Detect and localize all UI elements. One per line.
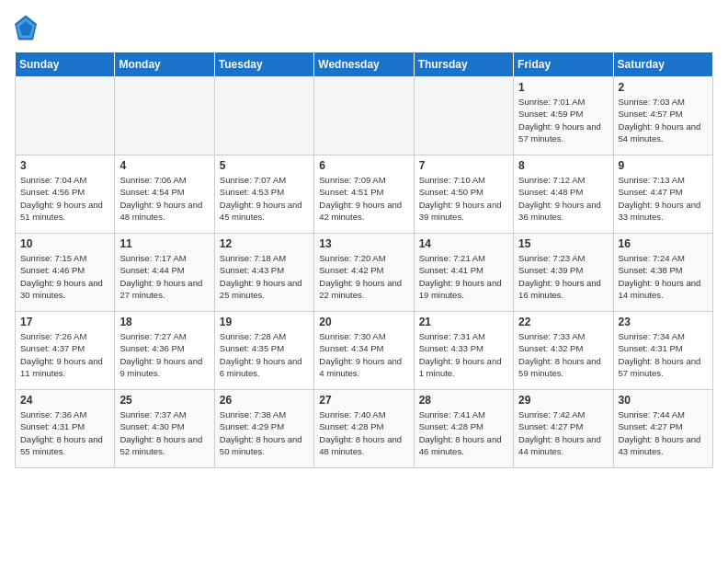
- day-info: Sunrise: 7:28 AM Sunset: 4:35 PM Dayligh…: [220, 330, 309, 379]
- calendar-cell: 25Sunrise: 7:37 AM Sunset: 4:30 PM Dayli…: [115, 390, 214, 468]
- day-number: 7: [419, 159, 508, 172]
- day-info: Sunrise: 7:40 AM Sunset: 4:28 PM Dayligh…: [319, 408, 408, 457]
- day-info: Sunrise: 7:38 AM Sunset: 4:29 PM Dayligh…: [220, 408, 309, 457]
- day-number: 21: [419, 316, 508, 328]
- weekday-header: Saturday: [613, 52, 712, 77]
- day-info: Sunrise: 7:09 AM Sunset: 4:51 PM Dayligh…: [319, 174, 408, 223]
- day-number: 6: [319, 159, 408, 172]
- weekday-header: Monday: [115, 52, 214, 77]
- day-info: Sunrise: 7:07 AM Sunset: 4:53 PM Dayligh…: [220, 174, 309, 223]
- day-info: Sunrise: 7:27 AM Sunset: 4:36 PM Dayligh…: [119, 330, 209, 379]
- day-info: Sunrise: 7:33 AM Sunset: 4:32 PM Dayligh…: [518, 330, 608, 379]
- calendar-cell: 20Sunrise: 7:30 AM Sunset: 4:34 PM Dayli…: [314, 312, 414, 390]
- day-info: Sunrise: 7:04 AM Sunset: 4:56 PM Dayligh…: [20, 174, 109, 223]
- calendar-cell: 23Sunrise: 7:34 AM Sunset: 4:31 PM Dayli…: [613, 312, 712, 390]
- day-info: Sunrise: 7:20 AM Sunset: 4:42 PM Dayligh…: [319, 252, 408, 301]
- day-info: Sunrise: 7:36 AM Sunset: 4:31 PM Dayligh…: [20, 408, 109, 457]
- day-number: 29: [518, 394, 608, 407]
- calendar-cell: [414, 77, 513, 155]
- calendar-week-row: 3Sunrise: 7:04 AM Sunset: 4:56 PM Daylig…: [16, 155, 713, 234]
- day-info: Sunrise: 7:34 AM Sunset: 4:31 PM Dayligh…: [619, 330, 708, 379]
- weekday-header: Friday: [514, 52, 613, 77]
- calendar-cell: 8Sunrise: 7:12 AM Sunset: 4:48 PM Daylig…: [514, 155, 613, 234]
- day-number: 20: [319, 316, 408, 328]
- day-info: Sunrise: 7:44 AM Sunset: 4:27 PM Dayligh…: [619, 408, 708, 457]
- day-number: 10: [20, 237, 109, 250]
- calendar-cell: 17Sunrise: 7:26 AM Sunset: 4:37 PM Dayli…: [16, 312, 115, 390]
- day-number: 25: [119, 394, 209, 407]
- day-info: Sunrise: 7:30 AM Sunset: 4:34 PM Dayligh…: [319, 330, 408, 379]
- calendar-cell: 2Sunrise: 7:03 AM Sunset: 4:57 PM Daylig…: [613, 77, 712, 155]
- day-number: 2: [619, 81, 708, 94]
- day-number: 8: [518, 159, 608, 172]
- day-info: Sunrise: 7:26 AM Sunset: 4:37 PM Dayligh…: [20, 330, 109, 379]
- calendar-cell: 15Sunrise: 7:23 AM Sunset: 4:39 PM Dayli…: [514, 234, 613, 312]
- day-info: Sunrise: 7:42 AM Sunset: 4:27 PM Dayligh…: [518, 408, 608, 457]
- weekday-header: Sunday: [16, 52, 115, 77]
- calendar-cell: 14Sunrise: 7:21 AM Sunset: 4:41 PM Dayli…: [414, 234, 513, 312]
- logo-icon: [15, 15, 37, 40]
- calendar-cell: [115, 77, 214, 155]
- day-number: 9: [619, 159, 708, 172]
- calendar-table: SundayMondayTuesdayWednesdayThursdayFrid…: [15, 52, 713, 468]
- weekday-header: Wednesday: [314, 52, 414, 77]
- day-info: Sunrise: 7:31 AM Sunset: 4:33 PM Dayligh…: [419, 330, 508, 379]
- logo: [15, 15, 40, 40]
- day-info: Sunrise: 7:23 AM Sunset: 4:39 PM Dayligh…: [518, 252, 608, 301]
- calendar-cell: 12Sunrise: 7:18 AM Sunset: 4:43 PM Dayli…: [214, 234, 313, 312]
- calendar-cell: 3Sunrise: 7:04 AM Sunset: 4:56 PM Daylig…: [16, 155, 115, 234]
- calendar-header-row: SundayMondayTuesdayWednesdayThursdayFrid…: [16, 52, 713, 77]
- calendar-cell: 16Sunrise: 7:24 AM Sunset: 4:38 PM Dayli…: [613, 234, 712, 312]
- day-number: 26: [220, 394, 309, 407]
- day-info: Sunrise: 7:24 AM Sunset: 4:38 PM Dayligh…: [619, 252, 708, 301]
- calendar-cell: 27Sunrise: 7:40 AM Sunset: 4:28 PM Dayli…: [314, 390, 414, 468]
- day-number: 18: [119, 316, 209, 328]
- day-info: Sunrise: 7:10 AM Sunset: 4:50 PM Dayligh…: [419, 174, 508, 223]
- calendar-cell: 26Sunrise: 7:38 AM Sunset: 4:29 PM Dayli…: [214, 390, 313, 468]
- calendar-cell: 22Sunrise: 7:33 AM Sunset: 4:32 PM Dayli…: [514, 312, 613, 390]
- day-info: Sunrise: 7:12 AM Sunset: 4:48 PM Dayligh…: [518, 174, 608, 223]
- day-number: 15: [518, 237, 608, 250]
- calendar-cell: 4Sunrise: 7:06 AM Sunset: 4:54 PM Daylig…: [115, 155, 214, 234]
- weekday-header: Thursday: [414, 52, 513, 77]
- day-info: Sunrise: 7:37 AM Sunset: 4:30 PM Dayligh…: [119, 408, 209, 457]
- day-number: 3: [20, 159, 109, 172]
- calendar-cell: 9Sunrise: 7:13 AM Sunset: 4:47 PM Daylig…: [613, 155, 712, 234]
- calendar-cell: 13Sunrise: 7:20 AM Sunset: 4:42 PM Dayli…: [314, 234, 414, 312]
- day-number: 16: [619, 237, 708, 250]
- calendar-cell: 28Sunrise: 7:41 AM Sunset: 4:28 PM Dayli…: [414, 390, 513, 468]
- day-info: Sunrise: 7:01 AM Sunset: 4:59 PM Dayligh…: [518, 96, 608, 144]
- calendar-cell: 5Sunrise: 7:07 AM Sunset: 4:53 PM Daylig…: [214, 155, 313, 234]
- calendar-cell: 11Sunrise: 7:17 AM Sunset: 4:44 PM Dayli…: [115, 234, 214, 312]
- day-number: 5: [220, 159, 309, 172]
- day-number: 12: [220, 237, 309, 250]
- day-info: Sunrise: 7:03 AM Sunset: 4:57 PM Dayligh…: [619, 96, 708, 144]
- day-info: Sunrise: 7:06 AM Sunset: 4:54 PM Dayligh…: [119, 174, 209, 223]
- calendar-week-row: 17Sunrise: 7:26 AM Sunset: 4:37 PM Dayli…: [16, 312, 713, 390]
- day-number: 11: [119, 237, 209, 250]
- day-info: Sunrise: 7:41 AM Sunset: 4:28 PM Dayligh…: [419, 408, 508, 457]
- day-number: 1: [518, 81, 608, 94]
- day-number: 4: [119, 159, 209, 172]
- calendar-week-row: 24Sunrise: 7:36 AM Sunset: 4:31 PM Dayli…: [16, 390, 713, 468]
- calendar-cell: [214, 77, 313, 155]
- calendar-cell: 30Sunrise: 7:44 AM Sunset: 4:27 PM Dayli…: [613, 390, 712, 468]
- calendar-week-row: 1Sunrise: 7:01 AM Sunset: 4:59 PM Daylig…: [16, 77, 713, 155]
- calendar-cell: 1Sunrise: 7:01 AM Sunset: 4:59 PM Daylig…: [514, 77, 613, 155]
- day-number: 30: [619, 394, 708, 407]
- day-number: 24: [20, 394, 109, 407]
- day-info: Sunrise: 7:18 AM Sunset: 4:43 PM Dayligh…: [220, 252, 309, 301]
- weekday-header: Tuesday: [214, 52, 313, 77]
- day-number: 28: [419, 394, 508, 407]
- day-number: 23: [619, 316, 708, 328]
- calendar-cell: 10Sunrise: 7:15 AM Sunset: 4:46 PM Dayli…: [16, 234, 115, 312]
- day-number: 27: [319, 394, 408, 407]
- day-number: 17: [20, 316, 109, 328]
- day-info: Sunrise: 7:21 AM Sunset: 4:41 PM Dayligh…: [419, 252, 508, 301]
- calendar-cell: 24Sunrise: 7:36 AM Sunset: 4:31 PM Dayli…: [16, 390, 115, 468]
- day-number: 14: [419, 237, 508, 250]
- calendar-cell: 7Sunrise: 7:10 AM Sunset: 4:50 PM Daylig…: [414, 155, 513, 234]
- calendar-cell: 19Sunrise: 7:28 AM Sunset: 4:35 PM Dayli…: [214, 312, 313, 390]
- day-number: 19: [220, 316, 309, 328]
- calendar-cell: 6Sunrise: 7:09 AM Sunset: 4:51 PM Daylig…: [314, 155, 414, 234]
